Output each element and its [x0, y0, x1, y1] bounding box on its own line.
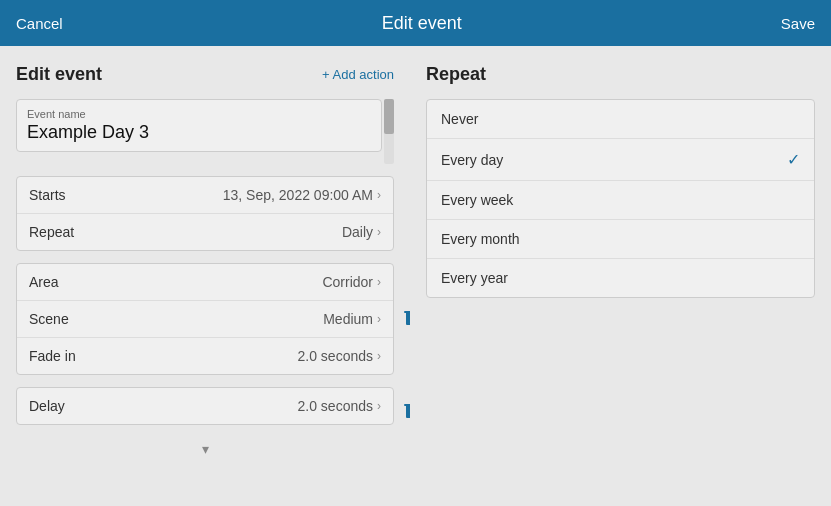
- repeat-row[interactable]: Repeat Daily ›: [17, 214, 393, 250]
- delay-section: Delay 2.0 seconds ›: [16, 387, 394, 437]
- delay-trash-icon: [404, 400, 410, 420]
- save-button[interactable]: Save: [781, 15, 815, 32]
- fade-in-value: 2.0 seconds ›: [298, 348, 382, 364]
- repeat-option-never[interactable]: Never: [427, 100, 814, 139]
- repeat-option-every-month[interactable]: Every month: [427, 220, 814, 259]
- delay-row[interactable]: Delay 2.0 seconds ›: [17, 388, 393, 424]
- add-action-button[interactable]: + Add action: [322, 67, 394, 82]
- delay-value: 2.0 seconds ›: [298, 398, 382, 414]
- repeat-chevron-icon: ›: [377, 225, 381, 239]
- scroll-down-indicator: ▾: [16, 441, 394, 457]
- main-layout: Edit event + Add action Event name Start…: [0, 46, 831, 506]
- starts-row[interactable]: Starts 13, Sep, 2022 09:00 AM ›: [17, 177, 393, 214]
- delay-label: Delay: [29, 398, 65, 414]
- area-value: Corridor ›: [322, 274, 381, 290]
- scrollbar-thumb: [384, 99, 394, 134]
- area-row[interactable]: Area Corridor ›: [17, 264, 393, 301]
- topbar: Cancel Edit event Save: [0, 0, 831, 46]
- starts-label: Starts: [29, 187, 66, 203]
- left-panel-header: Edit event + Add action: [16, 64, 394, 85]
- trash-icon: [404, 307, 410, 327]
- scene-label: Scene: [29, 311, 69, 327]
- svg-rect-7: [404, 404, 410, 406]
- repeat-option-every-day[interactable]: Every day ✓: [427, 139, 814, 181]
- event-name-label: Event name: [27, 108, 371, 120]
- fade-in-chevron-icon: ›: [377, 349, 381, 363]
- svg-rect-0: [406, 312, 410, 325]
- event-name-input[interactable]: [27, 122, 371, 143]
- scene-row[interactable]: Scene Medium ›: [17, 301, 393, 338]
- delay-chevron-icon: ›: [377, 399, 381, 413]
- fade-in-row[interactable]: Fade in 2.0 seconds ›: [17, 338, 393, 374]
- area-label: Area: [29, 274, 59, 290]
- left-panel-title: Edit event: [16, 64, 102, 85]
- cancel-button[interactable]: Cancel: [16, 15, 63, 32]
- event-name-section: Event name: [16, 99, 394, 164]
- svg-rect-5: [406, 405, 410, 418]
- right-panel-title: Repeat: [426, 64, 815, 85]
- left-panel: Edit event + Add action Event name Start…: [0, 46, 410, 506]
- scene-chevron-icon: ›: [377, 312, 381, 326]
- svg-rect-2: [404, 311, 410, 313]
- delay-delete-button[interactable]: [404, 400, 410, 424]
- event-name-card: Event name: [16, 99, 382, 152]
- repeat-value: Daily ›: [342, 224, 381, 240]
- fade-in-label: Fade in: [29, 348, 76, 364]
- starts-value: 13, Sep, 2022 09:00 AM ›: [223, 187, 381, 203]
- repeat-label: Repeat: [29, 224, 74, 240]
- action-card: Area Corridor › Scene Medium › Fade in: [16, 263, 394, 375]
- scrollbar-track: [384, 99, 394, 164]
- repeat-option-every-year[interactable]: Every year: [427, 259, 814, 297]
- starts-chevron-icon: ›: [377, 188, 381, 202]
- right-panel: Repeat Never Every day ✓ Every week Ever…: [410, 46, 831, 506]
- scene-value: Medium ›: [323, 311, 381, 327]
- delay-card: Delay 2.0 seconds ›: [16, 387, 394, 425]
- action-card-wrapper: Area Corridor › Scene Medium › Fade in: [16, 263, 394, 375]
- action-delete-button[interactable]: [404, 307, 410, 331]
- repeat-options-card: Never Every day ✓ Every week Every month…: [426, 99, 815, 298]
- repeat-option-every-week[interactable]: Every week: [427, 181, 814, 220]
- check-icon: ✓: [787, 150, 800, 169]
- topbar-title: Edit event: [382, 13, 462, 34]
- area-chevron-icon: ›: [377, 275, 381, 289]
- starts-repeat-card: Starts 13, Sep, 2022 09:00 AM › Repeat D…: [16, 176, 394, 251]
